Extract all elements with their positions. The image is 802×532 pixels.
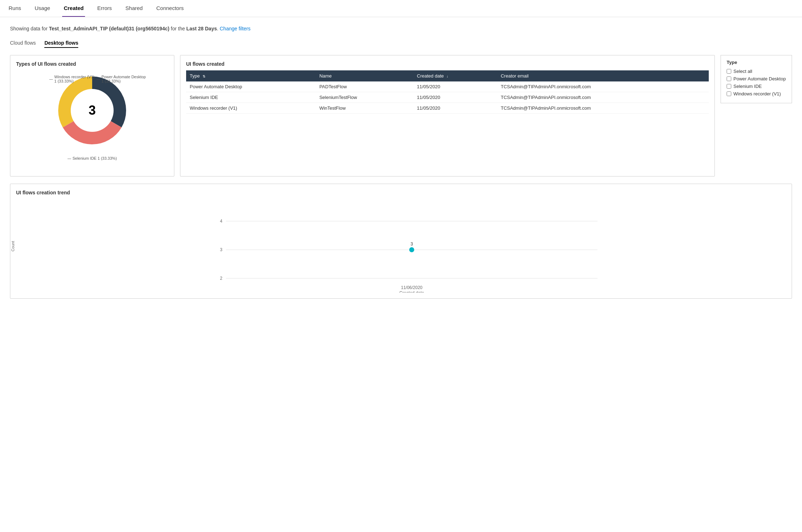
cell-name: WinTestFlow (316, 103, 413, 114)
sub-tabs: Cloud flowsDesktop flows (10, 40, 792, 48)
sort-icon-date: ↓ (447, 74, 448, 78)
info-prefix: Showing data for (10, 26, 49, 31)
donut-labels: Windows recorder (V1)1 (33.33%) Power Au… (35, 71, 149, 164)
svg-text:11/06/2020: 11/06/2020 (401, 285, 422, 290)
filter-checkbox[interactable] (727, 84, 731, 89)
donut-chart-card: Types of UI flows created Windows record… (10, 55, 174, 176)
donut-chart-container: Windows recorder (V1)1 (33.33%) Power Au… (16, 71, 168, 164)
cell-createdDate: 11/05/2020 (413, 92, 497, 103)
cell-email: TCSAdmin@TIPAdminAPI.onmicrosoft.com (497, 103, 709, 114)
cell-type: Windows recorder (V1) (186, 103, 316, 114)
trend-data-point (409, 247, 414, 252)
flows-table: Type ⇅ Name Created date ↓ Creator email… (186, 70, 709, 114)
cell-createdDate: 11/05/2020 (413, 103, 497, 114)
svg-text:3: 3 (89, 103, 96, 118)
filter-label: Selenium IDE (733, 84, 762, 89)
cell-type: Power Automate Desktop (186, 81, 316, 92)
trend-chart-wrapper: Count 4 3 2 3 11/06/2020 (16, 200, 786, 293)
trend-svg: 4 3 2 3 11/06/2020 Created date (30, 200, 786, 293)
y-axis-label: Count (11, 241, 15, 251)
table-card: UI flows created Type ⇅ Name Created dat… (180, 55, 715, 176)
filter-label: Power Automate Desktop (733, 76, 786, 81)
col-email: Creator email (497, 70, 709, 81)
svg-text:Created date: Created date (399, 290, 424, 293)
col-created-date[interactable]: Created date ↓ (413, 70, 497, 81)
main-row: Types of UI flows created Windows record… (10, 55, 792, 176)
trend-chart-title: UI flows creation trend (16, 190, 786, 195)
table-row: Power Automate DesktopPADTestFlow11/05/2… (186, 81, 709, 92)
info-for: for the (169, 26, 186, 31)
filter-panel: Type Select allPower Automate DesktopSel… (721, 55, 792, 103)
filter-checkbox[interactable] (727, 91, 731, 96)
trend-chart-area: 4 3 2 3 11/06/2020 Created date (30, 200, 786, 293)
cell-email: TCSAdmin@TIPAdminAPI.onmicrosoft.com (497, 81, 709, 92)
change-filters-link[interactable]: Change filters (220, 26, 250, 31)
nav-item-errors[interactable]: Errors (96, 0, 113, 17)
nav-item-runs[interactable]: Runs (7, 0, 23, 17)
col-type[interactable]: Type ⇅ (186, 70, 316, 81)
nav-item-connectors[interactable]: Connectors (155, 0, 185, 17)
sort-icon-type: ⇅ (203, 74, 205, 78)
cell-name: SeleniumTestFlow (316, 92, 413, 103)
filter-label: Windows recorder (V1) (733, 91, 781, 96)
svg-text:3: 3 (410, 242, 413, 247)
svg-text:4: 4 (220, 219, 223, 224)
cell-createdDate: 11/05/2020 (413, 81, 497, 92)
trend-chart-card: UI flows creation trend Count 4 3 2 3 (10, 184, 792, 299)
table-header-row: Type ⇅ Name Created date ↓ Creator email (186, 70, 709, 81)
info-suffix: . (217, 26, 218, 31)
info-period: Last 28 Days (186, 26, 217, 31)
sub-tab-cloud-flows[interactable]: Cloud flows (10, 40, 36, 48)
filter-item: Select all (727, 69, 786, 74)
nav-item-shared[interactable]: Shared (124, 0, 144, 17)
filter-label: Select all (733, 69, 752, 74)
donut-label-pad: Power Automate Desktop1 (33.33%) (96, 75, 146, 83)
filter-items: Select allPower Automate DesktopSelenium… (727, 69, 786, 96)
top-nav: RunsUsageCreatedErrorsSharedConnectors (0, 0, 802, 17)
donut-label-windows: Windows recorder (V1)1 (33.33%) (49, 75, 94, 83)
env-name: Test_test_AdminAPI_TIP (default)31 (org5… (49, 26, 169, 31)
nav-item-created[interactable]: Created (62, 0, 85, 17)
filter-item: Windows recorder (V1) (727, 91, 786, 96)
cell-email: TCSAdmin@TIPAdminAPI.onmicrosoft.com (497, 92, 709, 103)
filter-checkbox[interactable] (727, 76, 731, 81)
donut-label-selenium: Selenium IDE 1 (33.33%) (68, 156, 117, 160)
svg-text:2: 2 (220, 276, 223, 281)
sub-tab-desktop-flows[interactable]: Desktop flows (44, 40, 78, 48)
cell-name: PADTestFlow (316, 81, 413, 92)
table-title: UI flows created (186, 61, 709, 67)
main-content: Showing data for Test_test_AdminAPI_TIP … (0, 17, 802, 307)
cell-type: Selenium IDE (186, 92, 316, 103)
nav-item-usage[interactable]: Usage (33, 0, 51, 17)
info-bar: Showing data for Test_test_AdminAPI_TIP … (10, 26, 792, 31)
svg-text:3: 3 (220, 247, 223, 252)
filter-panel-title: Type (727, 60, 786, 65)
col-name: Name (316, 70, 413, 81)
filter-item: Power Automate Desktop (727, 76, 786, 81)
filter-item: Selenium IDE (727, 84, 786, 89)
filter-checkbox[interactable] (727, 69, 731, 74)
table-body: Power Automate DesktopPADTestFlow11/05/2… (186, 81, 709, 114)
table-row: Selenium IDESeleniumTestFlow11/05/2020TC… (186, 92, 709, 103)
table-row: Windows recorder (V1)WinTestFlow11/05/20… (186, 103, 709, 114)
donut-chart-title: Types of UI flows created (16, 61, 168, 67)
